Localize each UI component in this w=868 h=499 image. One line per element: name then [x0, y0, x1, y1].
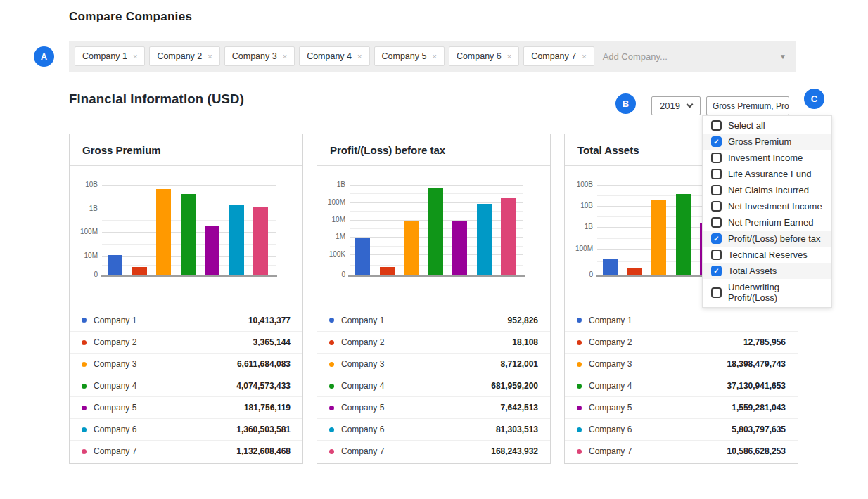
chart-card-gross-premium: Gross Premium 10B1B100M10M0 Company 110,…	[69, 134, 303, 464]
company-picker[interactable]: Company 1×Company 2×Company 3×Company 4×…	[69, 41, 796, 72]
legend-row: Company 57,642,513	[317, 396, 550, 418]
metric-option-0[interactable]: Select all	[703, 117, 831, 134]
checkbox-icon[interactable]	[711, 169, 722, 179]
metric-option-label: Net Claims Incurred	[728, 185, 809, 195]
legend-dot-icon	[329, 427, 334, 432]
metric-option-8[interactable]: Technical Reserves	[703, 247, 831, 263]
legend-row: Company 4681,959,200	[317, 375, 550, 396]
y-tick-label: 1B	[565, 223, 593, 231]
remove-chip-icon[interactable]: ×	[357, 52, 362, 60]
remove-chip-icon[interactable]: ×	[283, 52, 287, 60]
company-chip-label: Company 6	[457, 51, 502, 61]
legend-company-value: 1,360,503,581	[236, 425, 291, 434]
legend-company-value: 18,398,479,743	[727, 359, 786, 369]
legend-company-value: 10,586,628,253	[727, 446, 786, 456]
legend-company-name: Company 1	[341, 316, 384, 325]
checkbox-icon[interactable]	[711, 287, 722, 298]
legend-dot-icon	[82, 406, 87, 410]
metric-option-label: Total Assets	[728, 266, 777, 276]
checkbox-icon[interactable]	[711, 217, 722, 228]
legend-row: Company 38,712,001	[317, 353, 550, 375]
legend-dot-icon	[329, 362, 334, 367]
legend-company-value: 81,303,513	[496, 425, 538, 434]
metric-option-4[interactable]: Net Claims Incurred	[703, 182, 831, 198]
metric-option-3[interactable]: Life Assurance Fund	[703, 166, 831, 182]
legend-company-name: Company 6	[94, 425, 136, 434]
bar-company-4	[181, 194, 196, 275]
checkbox-icon[interactable]	[711, 201, 722, 212]
remove-chip-icon[interactable]: ×	[582, 52, 586, 60]
metric-option-label: Gross Premium	[728, 136, 791, 147]
legend-row: Company 71,132,608,468	[70, 440, 302, 462]
checkbox-icon[interactable]	[711, 185, 722, 195]
y-tick-label: 10M	[70, 252, 98, 260]
legend-company-value: 1,132,608,468	[236, 446, 291, 456]
remove-chip-icon[interactable]: ×	[133, 52, 137, 60]
metric-multiselect-value: Gross Premium, Pro...	[713, 101, 789, 111]
legend-company-value: 5,803,797,635	[732, 425, 786, 434]
add-company-input[interactable]: Add Company...	[603, 51, 775, 62]
chart-legend: Company 110,413,377Company 23,365,144Com…	[70, 309, 302, 462]
legend-dot-icon	[82, 318, 87, 323]
dropdown-arrow-icon[interactable]: ▼	[779, 53, 786, 60]
checkbox-checked-icon[interactable]: ✓	[711, 136, 722, 147]
legend-company-value: 10,413,377	[248, 316, 291, 325]
year-select[interactable]: 2019	[651, 96, 701, 115]
legend-dot-icon	[329, 318, 334, 323]
checkbox-checked-icon[interactable]: ✓	[711, 266, 722, 276]
legend-company-name: Company 7	[341, 446, 384, 456]
section-title: Financial Information (USD)	[69, 91, 244, 107]
metric-multiselect[interactable]: Gross Premium, Pro...	[706, 96, 789, 115]
legend-dot-icon	[82, 362, 87, 367]
metric-option-1[interactable]: ✓Gross Premium	[703, 134, 831, 150]
legend-dot-icon	[577, 318, 582, 323]
metric-option-6[interactable]: Net Premium Earned	[703, 214, 831, 231]
annotation-badge-b: B	[615, 93, 636, 114]
legend-dot-icon	[577, 362, 582, 367]
metric-option-5[interactable]: Net Investment Income	[703, 198, 831, 214]
metric-option-7[interactable]: ✓Profit/(Loss) before tax	[703, 231, 831, 247]
legend-dot-icon	[329, 406, 334, 410]
checkbox-icon[interactable]	[711, 249, 722, 260]
legend-company-value: 8,712,001	[501, 359, 538, 369]
bar-company-2	[380, 267, 395, 275]
metric-option-9[interactable]: ✓Total Assets	[703, 263, 831, 279]
checkbox-checked-icon[interactable]: ✓	[711, 233, 722, 244]
legend-company-value: 952,826	[508, 316, 538, 325]
metric-option-10[interactable]: Underwriting Profit/(Loss)	[703, 279, 831, 306]
legend-company-value: 1,559,281,043	[732, 403, 786, 413]
legend-company-value: 18,108	[512, 337, 538, 347]
metric-option-label: Technical Reserves	[728, 249, 808, 260]
metric-option-label: Net Premium Earned	[728, 217, 813, 228]
legend-dot-icon	[329, 449, 334, 454]
y-tick-label: 10B	[70, 181, 98, 189]
legend-company-name: Company 1	[589, 316, 632, 325]
remove-chip-icon[interactable]: ×	[432, 52, 436, 60]
remove-chip-icon[interactable]: ×	[507, 52, 511, 60]
legend-company-name: Company 5	[589, 403, 632, 413]
bar-company-3	[404, 221, 419, 275]
company-chip-4: Company 4×	[299, 46, 369, 66]
legend-row: Company 5181,756,119	[70, 396, 302, 418]
legend-row: Company 318,398,479,743	[565, 353, 798, 375]
legend-company-value: 37,130,941,653	[727, 381, 786, 391]
bar-company-1	[603, 259, 618, 275]
company-chip-label: Company 3	[232, 51, 277, 61]
legend-company-value: 12,785,956	[743, 337, 786, 347]
bar-chart-gross-premium: 10B1B100M10M0	[102, 185, 276, 277]
metric-option-2[interactable]: Invesment Income	[703, 150, 831, 166]
legend-dot-icon	[577, 384, 582, 389]
bar-chart-profit-before-tax: 1B100M10M1M100K0	[350, 185, 523, 277]
company-chip-3: Company 3×	[224, 46, 295, 66]
remove-chip-icon[interactable]: ×	[208, 52, 212, 60]
y-tick-label: 10M	[317, 216, 345, 224]
checkbox-icon[interactable]	[711, 120, 722, 131]
company-chip-2: Company 2×	[149, 46, 219, 66]
legend-dot-icon	[82, 427, 87, 432]
legend-row: Company 710,586,628,253	[565, 440, 798, 462]
legend-row: Company 212,785,956	[565, 331, 798, 353]
chart-title: Profit/(Loss) before tax	[317, 134, 550, 166]
legend-dot-icon	[577, 427, 582, 432]
gridline	[102, 185, 276, 186]
checkbox-icon[interactable]	[711, 153, 722, 163]
